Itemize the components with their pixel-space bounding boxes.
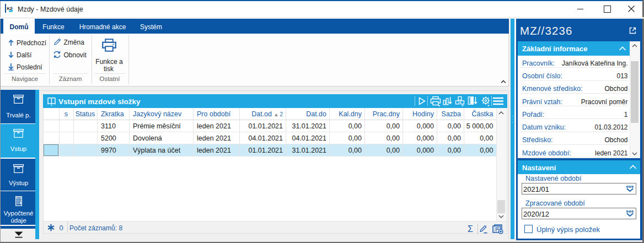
svg-text:K2: K2 <box>7 6 12 11</box>
